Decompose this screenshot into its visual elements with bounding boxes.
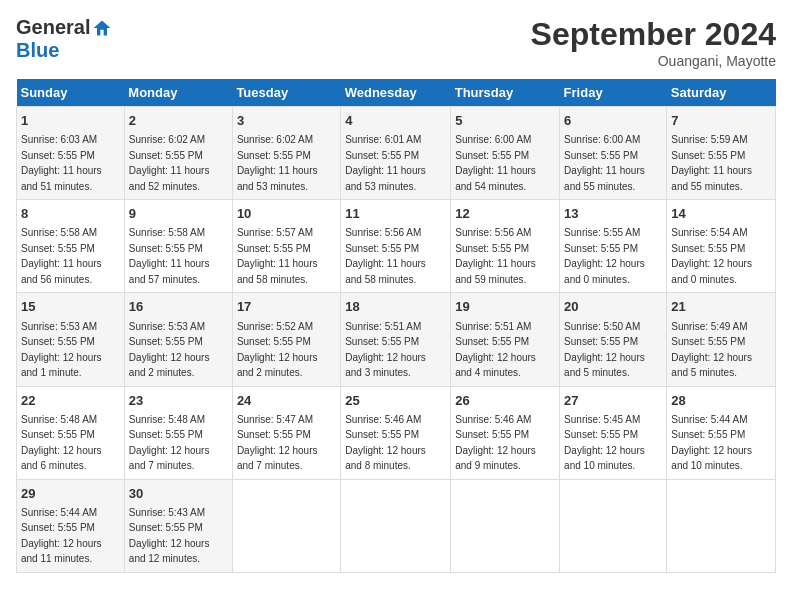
calendar-cell	[667, 479, 776, 572]
day-number: 18	[345, 298, 446, 316]
calendar-cell: 29Sunrise: 5:44 AMSunset: 5:55 PMDayligh…	[17, 479, 125, 572]
day-detail: Sunrise: 5:44 AMSunset: 5:55 PMDaylight:…	[671, 414, 752, 472]
day-number: 16	[129, 298, 228, 316]
day-detail: Sunrise: 5:55 AMSunset: 5:55 PMDaylight:…	[564, 227, 645, 285]
column-header-monday: Monday	[124, 79, 232, 107]
column-header-tuesday: Tuesday	[232, 79, 340, 107]
day-number: 30	[129, 485, 228, 503]
day-number: 2	[129, 112, 228, 130]
calendar-cell	[341, 479, 451, 572]
calendar-cell: 6Sunrise: 6:00 AMSunset: 5:55 PMDaylight…	[560, 107, 667, 200]
calendar-cell: 30Sunrise: 5:43 AMSunset: 5:55 PMDayligh…	[124, 479, 232, 572]
calendar-cell: 8Sunrise: 5:58 AMSunset: 5:55 PMDaylight…	[17, 200, 125, 293]
calendar-week-3: 15Sunrise: 5:53 AMSunset: 5:55 PMDayligh…	[17, 293, 776, 386]
calendar-cell: 15Sunrise: 5:53 AMSunset: 5:55 PMDayligh…	[17, 293, 125, 386]
column-header-saturday: Saturday	[667, 79, 776, 107]
calendar-cell	[560, 479, 667, 572]
day-number: 4	[345, 112, 446, 130]
day-number: 19	[455, 298, 555, 316]
day-number: 15	[21, 298, 120, 316]
calendar-cell: 5Sunrise: 6:00 AMSunset: 5:55 PMDaylight…	[451, 107, 560, 200]
day-number: 28	[671, 392, 771, 410]
logo: General Blue	[16, 16, 112, 62]
calendar-week-4: 22Sunrise: 5:48 AMSunset: 5:55 PMDayligh…	[17, 386, 776, 479]
day-detail: Sunrise: 5:52 AMSunset: 5:55 PMDaylight:…	[237, 321, 318, 379]
title-block: September 2024 Ouangani, Mayotte	[531, 16, 776, 69]
day-detail: Sunrise: 5:51 AMSunset: 5:55 PMDaylight:…	[345, 321, 426, 379]
calendar-cell: 17Sunrise: 5:52 AMSunset: 5:55 PMDayligh…	[232, 293, 340, 386]
column-header-sunday: Sunday	[17, 79, 125, 107]
day-number: 21	[671, 298, 771, 316]
day-number: 25	[345, 392, 446, 410]
day-detail: Sunrise: 5:57 AMSunset: 5:55 PMDaylight:…	[237, 227, 318, 285]
day-detail: Sunrise: 5:56 AMSunset: 5:55 PMDaylight:…	[345, 227, 426, 285]
day-number: 24	[237, 392, 336, 410]
day-number: 17	[237, 298, 336, 316]
calendar-cell	[232, 479, 340, 572]
day-detail: Sunrise: 5:50 AMSunset: 5:55 PMDaylight:…	[564, 321, 645, 379]
calendar-week-2: 8Sunrise: 5:58 AMSunset: 5:55 PMDaylight…	[17, 200, 776, 293]
calendar-cell: 16Sunrise: 5:53 AMSunset: 5:55 PMDayligh…	[124, 293, 232, 386]
day-number: 13	[564, 205, 662, 223]
day-detail: Sunrise: 6:02 AMSunset: 5:55 PMDaylight:…	[237, 134, 318, 192]
day-detail: Sunrise: 6:00 AMSunset: 5:55 PMDaylight:…	[455, 134, 536, 192]
calendar-cell: 11Sunrise: 5:56 AMSunset: 5:55 PMDayligh…	[341, 200, 451, 293]
day-number: 20	[564, 298, 662, 316]
calendar-cell: 24Sunrise: 5:47 AMSunset: 5:55 PMDayligh…	[232, 386, 340, 479]
calendar-cell: 21Sunrise: 5:49 AMSunset: 5:55 PMDayligh…	[667, 293, 776, 386]
day-number: 6	[564, 112, 662, 130]
day-detail: Sunrise: 5:58 AMSunset: 5:55 PMDaylight:…	[129, 227, 210, 285]
column-header-thursday: Thursday	[451, 79, 560, 107]
column-header-wednesday: Wednesday	[341, 79, 451, 107]
calendar-cell: 28Sunrise: 5:44 AMSunset: 5:55 PMDayligh…	[667, 386, 776, 479]
day-detail: Sunrise: 5:48 AMSunset: 5:55 PMDaylight:…	[129, 414, 210, 472]
calendar-week-5: 29Sunrise: 5:44 AMSunset: 5:55 PMDayligh…	[17, 479, 776, 572]
svg-marker-0	[94, 20, 111, 35]
day-detail: Sunrise: 5:44 AMSunset: 5:55 PMDaylight:…	[21, 507, 102, 565]
day-number: 14	[671, 205, 771, 223]
day-detail: Sunrise: 6:02 AMSunset: 5:55 PMDaylight:…	[129, 134, 210, 192]
calendar-cell: 20Sunrise: 5:50 AMSunset: 5:55 PMDayligh…	[560, 293, 667, 386]
day-detail: Sunrise: 5:56 AMSunset: 5:55 PMDaylight:…	[455, 227, 536, 285]
month-title: September 2024	[531, 16, 776, 53]
calendar-cell: 19Sunrise: 5:51 AMSunset: 5:55 PMDayligh…	[451, 293, 560, 386]
calendar-week-1: 1Sunrise: 6:03 AMSunset: 5:55 PMDaylight…	[17, 107, 776, 200]
day-number: 1	[21, 112, 120, 130]
day-number: 8	[21, 205, 120, 223]
day-detail: Sunrise: 5:59 AMSunset: 5:55 PMDaylight:…	[671, 134, 752, 192]
calendar-cell: 3Sunrise: 6:02 AMSunset: 5:55 PMDaylight…	[232, 107, 340, 200]
day-number: 7	[671, 112, 771, 130]
day-number: 23	[129, 392, 228, 410]
calendar-cell: 18Sunrise: 5:51 AMSunset: 5:55 PMDayligh…	[341, 293, 451, 386]
day-number: 10	[237, 205, 336, 223]
calendar-cell: 13Sunrise: 5:55 AMSunset: 5:55 PMDayligh…	[560, 200, 667, 293]
page-header: General Blue September 2024 Ouangani, Ma…	[16, 16, 776, 69]
day-detail: Sunrise: 5:46 AMSunset: 5:55 PMDaylight:…	[455, 414, 536, 472]
day-number: 11	[345, 205, 446, 223]
day-number: 29	[21, 485, 120, 503]
calendar-cell: 1Sunrise: 6:03 AMSunset: 5:55 PMDaylight…	[17, 107, 125, 200]
day-detail: Sunrise: 5:51 AMSunset: 5:55 PMDaylight:…	[455, 321, 536, 379]
day-detail: Sunrise: 5:53 AMSunset: 5:55 PMDaylight:…	[129, 321, 210, 379]
day-number: 27	[564, 392, 662, 410]
day-number: 26	[455, 392, 555, 410]
calendar-cell: 12Sunrise: 5:56 AMSunset: 5:55 PMDayligh…	[451, 200, 560, 293]
calendar-header-row: SundayMondayTuesdayWednesdayThursdayFrid…	[17, 79, 776, 107]
day-detail: Sunrise: 6:01 AMSunset: 5:55 PMDaylight:…	[345, 134, 426, 192]
day-number: 9	[129, 205, 228, 223]
calendar-cell: 9Sunrise: 5:58 AMSunset: 5:55 PMDaylight…	[124, 200, 232, 293]
logo-blue: Blue	[16, 39, 59, 62]
day-detail: Sunrise: 5:53 AMSunset: 5:55 PMDaylight:…	[21, 321, 102, 379]
calendar-cell: 2Sunrise: 6:02 AMSunset: 5:55 PMDaylight…	[124, 107, 232, 200]
day-number: 3	[237, 112, 336, 130]
calendar-cell: 4Sunrise: 6:01 AMSunset: 5:55 PMDaylight…	[341, 107, 451, 200]
calendar-cell: 7Sunrise: 5:59 AMSunset: 5:55 PMDaylight…	[667, 107, 776, 200]
calendar-cell: 25Sunrise: 5:46 AMSunset: 5:55 PMDayligh…	[341, 386, 451, 479]
calendar-cell: 26Sunrise: 5:46 AMSunset: 5:55 PMDayligh…	[451, 386, 560, 479]
day-detail: Sunrise: 5:58 AMSunset: 5:55 PMDaylight:…	[21, 227, 102, 285]
day-detail: Sunrise: 5:49 AMSunset: 5:55 PMDaylight:…	[671, 321, 752, 379]
calendar-cell: 14Sunrise: 5:54 AMSunset: 5:55 PMDayligh…	[667, 200, 776, 293]
calendar-cell	[451, 479, 560, 572]
day-detail: Sunrise: 5:47 AMSunset: 5:55 PMDaylight:…	[237, 414, 318, 472]
day-detail: Sunrise: 5:48 AMSunset: 5:55 PMDaylight:…	[21, 414, 102, 472]
